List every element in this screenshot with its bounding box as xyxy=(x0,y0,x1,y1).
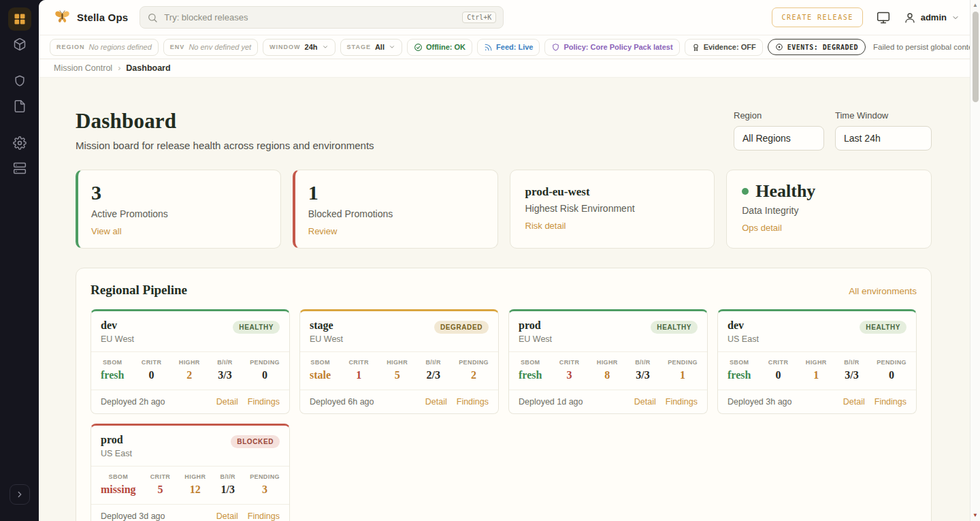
stat-label: HIGHR xyxy=(597,359,618,366)
breadcrumb-mission-control[interactable]: Mission Control xyxy=(54,63,112,73)
monitor-icon xyxy=(877,11,890,25)
window-filter-chip[interactable]: WINDOW 24h xyxy=(263,39,335,56)
deployed-time: Deployed 3d ago xyxy=(101,511,165,521)
sidebar-item-infrastructure[interactable] xyxy=(8,157,31,180)
summary-card-active-promotions: 3 Active Promotions View all xyxy=(76,170,281,249)
stat-value: 2 xyxy=(179,369,200,381)
sidebar-item-security[interactable] xyxy=(8,69,31,93)
feed-status-chip[interactable]: Feed: Live xyxy=(477,39,540,56)
stat-value: 0 xyxy=(877,369,906,381)
active-promotions-count: 3 xyxy=(91,182,265,204)
stat-label: SBOM xyxy=(101,359,124,366)
stat-bir: B/I/R 3/3 xyxy=(217,359,233,381)
server-icon xyxy=(13,161,27,175)
sidebar-item-settings[interactable] xyxy=(8,131,31,155)
summary-card-label: Blocked Promotions xyxy=(308,208,483,219)
stat-highr: HIGHR 8 xyxy=(597,359,618,381)
stat-label: HIGHR xyxy=(179,359,200,366)
page-filters: Region All Regions Time Window Last 24h xyxy=(734,109,932,151)
stat-critr: CRITR 1 xyxy=(348,359,369,381)
stat-label: HIGHR xyxy=(806,359,827,366)
all-environments-link[interactable]: All environments xyxy=(849,286,917,296)
page-title: Dashboard xyxy=(76,109,374,133)
findings-link[interactable]: Findings xyxy=(457,397,489,407)
stat-label: B/I/R xyxy=(220,473,236,480)
pipeline-card-stage-eu-west: stage EU West DEGRADED SBOM stale CRITR … xyxy=(299,309,499,414)
scrollbar: ▲ ▼ xyxy=(970,0,980,521)
detail-link[interactable]: Detail xyxy=(634,397,656,407)
stat-value: 0 xyxy=(250,369,280,381)
review-link[interactable]: Review xyxy=(308,226,338,236)
stat-highr: HIGHR 5 xyxy=(387,359,408,381)
environment-region: EU West xyxy=(519,334,552,344)
offline-status-chip[interactable]: Offline: OK xyxy=(407,39,472,56)
rss-icon xyxy=(484,43,493,52)
time-window-select[interactable]: Last 24h xyxy=(835,126,932,151)
ops-detail-link[interactable]: Ops detail xyxy=(742,223,782,233)
stage-filter-chip[interactable]: STAGE All xyxy=(340,39,402,56)
stat-label: B/I/R xyxy=(217,359,233,366)
region-select[interactable]: All Regions xyxy=(734,126,824,151)
stat-critr: CRITR 3 xyxy=(559,359,580,381)
panel-title: Regional Pipeline xyxy=(91,283,187,298)
risk-detail-link[interactable]: Risk detail xyxy=(525,221,566,231)
stat-value: 3 xyxy=(559,369,580,381)
pipeline-stats: SBOM stale CRITR 1 HIGHR 5 B/I/R xyxy=(300,351,498,390)
user-menu[interactable]: admin xyxy=(904,12,960,24)
stat-label: CRITR xyxy=(142,359,162,366)
status-badge: BLOCKED xyxy=(231,435,280,448)
detail-link[interactable]: Detail xyxy=(425,397,447,407)
regional-pipeline-panel: Regional Pipeline All environments dev E… xyxy=(76,268,932,521)
status-badge: HEALTHY xyxy=(233,321,280,334)
env-chip-label: ENV xyxy=(170,44,185,50)
search-input[interactable] xyxy=(164,12,456,22)
environment-region: US East xyxy=(728,334,759,344)
breadcrumb-current: Dashboard xyxy=(126,63,170,73)
stat-value: 0 xyxy=(142,369,162,381)
stat-bir: B/I/R 2/3 xyxy=(425,359,441,381)
scroll-down-arrow[interactable]: ▼ xyxy=(970,513,980,518)
findings-link[interactable]: Findings xyxy=(248,511,280,521)
stat-value: 1 xyxy=(806,369,827,381)
findings-link[interactable]: Findings xyxy=(248,397,280,407)
stat-label: SBOM xyxy=(101,473,136,480)
stat-highr: HIGHR 1 xyxy=(806,359,827,381)
events-status-pill[interactable]: EVENTS: DEGRADED xyxy=(768,39,866,55)
display-console-button[interactable] xyxy=(877,11,890,25)
create-release-button[interactable]: CREATE RELEASE xyxy=(772,7,862,27)
stat-bir: B/I/R 1/3 xyxy=(220,473,236,496)
policy-status-label: Policy: Core Policy Pack latest xyxy=(564,43,672,51)
stat-label: PENDING xyxy=(250,473,280,480)
stat-critr: CRITR 0 xyxy=(142,359,162,381)
sidebar-item-dashboard[interactable] xyxy=(8,7,31,31)
stat-value: fresh xyxy=(101,369,124,381)
region-select-value: All Regions xyxy=(742,133,791,144)
data-integrity-status: Healthy xyxy=(742,182,916,200)
data-integrity-value: Healthy xyxy=(755,182,815,200)
pipeline-stats: SBOM missing CRITR 5 HIGHR 12 B/I/R xyxy=(91,466,289,504)
evidence-status-chip[interactable]: Evidence: OFF xyxy=(685,39,763,56)
scrollbar-thumb[interactable] xyxy=(973,12,979,102)
detail-link[interactable]: Detail xyxy=(216,397,238,407)
top-header: Stella Ops Ctrl+K CREATE RELEASE admin xyxy=(39,0,980,35)
stat-value: 1 xyxy=(348,369,369,381)
scroll-up-arrow[interactable]: ▲ xyxy=(970,3,980,8)
pipeline-stats: SBOM fresh CRITR 0 HIGHR 1 B/I/R xyxy=(718,351,916,390)
region-filter-chip[interactable]: REGION No regions defined xyxy=(50,39,159,56)
env-filter-chip[interactable]: ENV No env defined yet xyxy=(163,39,258,56)
detail-link[interactable]: Detail xyxy=(843,397,865,407)
findings-link[interactable]: Findings xyxy=(666,397,698,407)
sidebar-item-releases[interactable] xyxy=(8,33,31,56)
policy-status-chip[interactable]: Policy: Core Policy Pack latest xyxy=(544,39,679,56)
stat-value: 3/3 xyxy=(217,369,233,381)
stat-bir: B/I/R 3/3 xyxy=(635,359,651,381)
sidebar-expand-button[interactable] xyxy=(10,484,30,505)
detail-link[interactable]: Detail xyxy=(216,511,238,521)
sidebar-item-reports[interactable] xyxy=(8,95,31,118)
env-chip-value: No env defined yet xyxy=(189,43,251,51)
global-search[interactable]: Ctrl+K xyxy=(140,6,504,29)
findings-link[interactable]: Findings xyxy=(875,397,906,407)
butterfly-logo-icon xyxy=(54,9,71,26)
stat-highr: HIGHR 2 xyxy=(179,359,200,381)
view-all-link[interactable]: View all xyxy=(91,226,122,236)
